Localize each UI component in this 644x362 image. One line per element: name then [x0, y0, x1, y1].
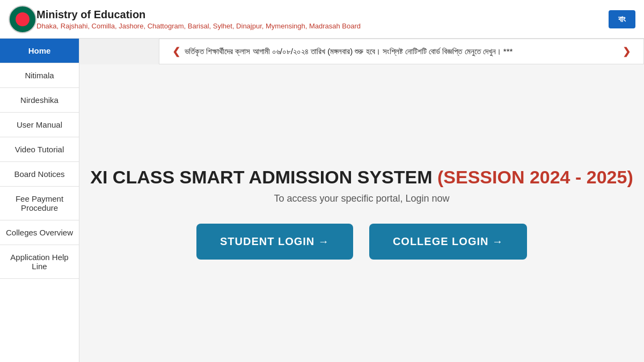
sidebar-item-home[interactable]: Home	[0, 39, 79, 63]
main-title-session: (SESSION 2024 - 2025)	[437, 167, 633, 187]
sidebar-item-fee-payment[interactable]: Fee Payment Procedure	[0, 187, 79, 220]
header-text: Ministry of Education Dhaka, Rajshahi, C…	[36, 9, 609, 30]
header: Ministry of Education Dhaka, Rajshahi, C…	[0, 0, 644, 39]
sidebar-item-user-manual[interactable]: User Manual	[0, 113, 79, 137]
boards-list: Dhaka, Rajshahi, Comilla, Jashore, Chatt…	[36, 22, 609, 30]
login-buttons: STUDENT LOGIN → COLLEGE LOGIN →	[196, 224, 527, 260]
sidebar-item-colleges-overview[interactable]: Colleges Overview	[0, 220, 79, 245]
sidebar: Home Nitimala Nirdeshika User Manual Vid…	[0, 39, 79, 362]
language-button[interactable]: বাং	[609, 10, 635, 28]
student-login-button[interactable]: STUDENT LOGIN →	[196, 224, 353, 260]
main-title: XI CLASS SMART ADMISSION SYSTEM (SESSION…	[90, 167, 633, 188]
flag-red-circle	[16, 12, 30, 26]
notice-next-arrow[interactable]: ❯	[623, 46, 631, 57]
sidebar-item-nirdeshika[interactable]: Nirdeshika	[0, 88, 79, 113]
main-title-text: XI CLASS SMART ADMISSION SYSTEM	[90, 167, 432, 187]
ministry-logo	[9, 5, 36, 33]
notice-text: ভর্তিকৃত শিক্ষার্থীদের ক্লাস আগামী ০৬/০৮…	[185, 47, 618, 56]
notice-bar: ❮ ভর্তিকৃত শিক্ষার্থীদের ক্লাস আগামী ০৬/…	[159, 39, 644, 64]
sidebar-item-application-helpline[interactable]: Application Help Line	[0, 245, 79, 279]
sidebar-item-board-notices[interactable]: Board Notices	[0, 162, 79, 187]
org-name: Ministry of Education	[36, 9, 609, 21]
main-subtitle: To access your specific portal, Login no…	[274, 193, 449, 204]
college-login-button[interactable]: COLLEGE LOGIN →	[369, 224, 527, 260]
notice-prev-arrow[interactable]: ❮	[172, 46, 180, 57]
main-content: XI CLASS SMART ADMISSION SYSTEM (SESSION…	[79, 64, 644, 362]
sidebar-item-video-tutorial[interactable]: Video Tutorial	[0, 137, 79, 162]
sidebar-item-nitimala[interactable]: Nitimala	[0, 63, 79, 88]
